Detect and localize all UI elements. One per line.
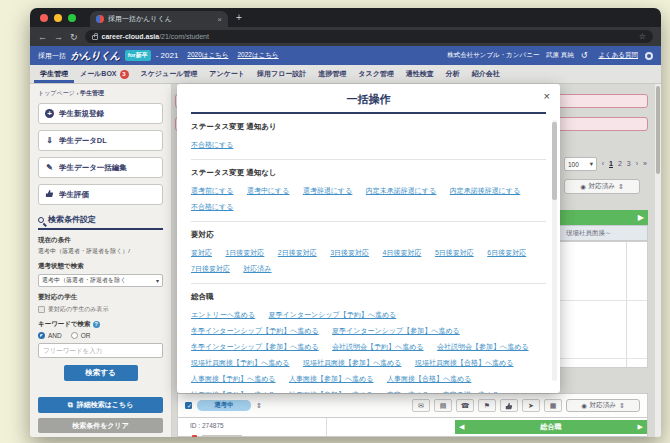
bulk-action-link[interactable]: 会社説明会【参加】へ進める xyxy=(437,340,529,353)
archive-icon[interactable]: ▦ xyxy=(544,399,562,412)
mail-icon[interactable]: ✉ xyxy=(412,399,430,412)
bulk-action-link[interactable]: 6日後要対応 xyxy=(487,246,526,259)
advanced-search-button[interactable]: ⧉ 詳細検索はこちら xyxy=(38,397,163,413)
flow-next-icon[interactable]: ▶ xyxy=(638,423,643,431)
nav-tasks[interactable]: タスク管理 xyxy=(352,65,400,83)
bulk-action-link[interactable]: 3日後要対応 xyxy=(330,246,369,259)
nav-agencies[interactable]: 紹介会社 xyxy=(466,65,506,83)
clear-conditions-button[interactable]: 検索条件をクリア xyxy=(38,418,163,433)
bulk-action-link[interactable]: 夏季インターンシップ【参加】へ進める xyxy=(332,324,460,337)
help-icon[interactable]: ? xyxy=(93,321,100,328)
back-icon[interactable]: ← xyxy=(38,32,47,42)
bulk-action-link[interactable]: 7日後要対応 xyxy=(191,262,230,275)
bulk-action-link[interactable]: 冬季インターンシップ【参加】へ進める xyxy=(191,340,319,353)
bulk-action-link[interactable]: 現場社員面接【合格】へ進める xyxy=(415,356,514,369)
page-3[interactable]: 3 xyxy=(627,160,631,167)
mark-done-button-row[interactable]: ◉ 対応済み ⇕ xyxy=(566,399,640,412)
modal-scrollbar[interactable] xyxy=(552,120,557,381)
link-2020[interactable]: 2020はこちら xyxy=(187,51,228,60)
bulk-action-link[interactable]: 選考前にする xyxy=(191,184,234,197)
status-pill[interactable]: 選考中 xyxy=(197,400,251,411)
bulk-action-link[interactable]: 不合格にする xyxy=(191,138,234,151)
nav-schedule[interactable]: スケジュール管理 xyxy=(135,65,204,83)
close-window-button[interactable] xyxy=(40,14,48,22)
evaluate-button[interactable]: 学生評価 xyxy=(38,184,163,205)
nav-survey[interactable]: アンケート xyxy=(203,65,251,83)
history-icon[interactable]: ↺ xyxy=(581,51,588,60)
flow-next-icon[interactable]: ▶ xyxy=(638,213,644,222)
send-icon[interactable]: ➤ xyxy=(522,399,540,412)
bulk-action-link[interactable]: 5日後要対応 xyxy=(435,246,474,259)
bulk-action-link[interactable]: 選考中にする xyxy=(247,184,290,197)
bulk-action-link[interactable]: 人事面接【予約】へ進める xyxy=(191,372,276,385)
bulk-action-link[interactable]: 要対応 xyxy=(191,246,212,259)
reload-icon[interactable]: ↻ xyxy=(70,32,78,42)
bulk-action-link[interactable]: 現場社員面接【予約】へ進める xyxy=(191,356,290,369)
document-icon[interactable]: ▤ xyxy=(434,399,452,412)
bulk-action-link[interactable]: 社長面接【参加】へ進める xyxy=(289,388,374,393)
page-2[interactable]: 2 xyxy=(618,160,622,167)
flow-prev-icon[interactable]: ◀ xyxy=(459,423,464,431)
student-row[interactable]: ID : 274875 ◀ 総合職 ▶ xyxy=(177,418,648,437)
or-radio[interactable] xyxy=(71,332,78,339)
breadcrumb-home[interactable]: トップページ xyxy=(38,90,75,96)
bulk-action-link[interactable]: 内定承諾へ進める xyxy=(443,388,500,393)
nav-aptitude[interactable]: 適性検査 xyxy=(400,65,440,83)
new-tab-button[interactable]: + xyxy=(236,12,242,23)
link-2022[interactable]: 2022はこちら xyxy=(237,51,278,60)
bulk-action-link[interactable]: 社長面接【予約】へ進める xyxy=(191,388,276,393)
modal-close-icon[interactable]: × xyxy=(544,90,550,102)
bulk-action-link[interactable]: 2日後要対応 xyxy=(278,246,317,259)
register-student-button[interactable]: + 学生新規登録 xyxy=(38,103,163,124)
mark-done-button[interactable]: ◉ 対応済み ⇕ xyxy=(564,179,640,194)
nav-analytics[interactable]: 分析 xyxy=(440,65,466,83)
bulk-action-link[interactable]: 冬季インターンシップ【予約】へ進める xyxy=(191,324,319,337)
tag-icon[interactable]: ⚑ xyxy=(478,399,496,412)
bulk-action-link[interactable]: 内定未承諾辞退にする xyxy=(366,184,437,197)
bulk-action-link[interactable]: 選考辞退にする xyxy=(303,184,353,197)
bulk-action-link[interactable]: 不合格にする xyxy=(191,200,234,213)
bulk-action-link[interactable]: 現場社員面接【参加】へ進める xyxy=(303,356,402,369)
row-checkbox[interactable] xyxy=(185,402,192,409)
bulk-edit-button[interactable]: ✎ 学生データ一括編集 xyxy=(38,157,163,178)
bulk-action-link[interactable]: 人事面接【参加】へ進める xyxy=(289,372,374,385)
page-last[interactable]: » xyxy=(643,160,647,167)
page-next[interactable]: › xyxy=(636,160,638,167)
bulk-action-link[interactable]: 夏季インターンシップ【予約】へ進める xyxy=(269,308,397,321)
bulk-action-link[interactable]: 内定へ進める xyxy=(387,388,430,393)
bulk-action-link[interactable]: 4日後要対応 xyxy=(383,246,422,259)
thumbs-up-icon[interactable] xyxy=(500,399,518,412)
forward-icon[interactable]: → xyxy=(54,32,63,42)
search-button[interactable]: 検索する xyxy=(64,365,138,381)
bulk-action-link[interactable]: 1日後要対応 xyxy=(225,246,264,259)
minimize-window-button[interactable] xyxy=(54,14,62,22)
phone-icon[interactable]: ☎ xyxy=(456,399,474,412)
faq-link[interactable]: よくある質問 xyxy=(598,51,638,60)
maximize-window-button[interactable] xyxy=(68,14,76,22)
per-page-select[interactable]: 100 ▾ xyxy=(564,157,597,171)
url-bar[interactable]: career-cloud.asia/21/com/student ☆ xyxy=(85,30,653,43)
status-sort-icon[interactable]: ⇕ xyxy=(256,402,262,410)
bookmark-star-icon[interactable]: ☆ xyxy=(639,32,646,41)
nav-mailbox[interactable]: メールBOX3 xyxy=(74,65,135,83)
page-scrollbar[interactable] xyxy=(655,84,661,437)
page-1[interactable]: 1 xyxy=(609,160,613,167)
bulk-action-link[interactable]: エントリーへ進める xyxy=(191,308,255,321)
and-radio[interactable] xyxy=(38,332,45,339)
nav-flow-design[interactable]: 採用フロー設計 xyxy=(251,65,312,83)
bulk-action-link[interactable]: 人事面接【合格】へ進める xyxy=(387,372,472,385)
bulk-action-link[interactable]: 内定承諾後辞退にする xyxy=(450,184,521,197)
browser-tab[interactable]: 採用一括かんりくん × xyxy=(90,11,228,27)
brand-logo[interactable]: かんりくん xyxy=(71,49,120,63)
gear-icon[interactable] xyxy=(645,52,653,60)
nav-progress[interactable]: 進捗管理 xyxy=(312,65,352,83)
bulk-action-link[interactable]: 会社説明会【予約】へ進める xyxy=(332,340,424,353)
attention-checkbox[interactable] xyxy=(38,306,45,313)
tab-close-icon[interactable]: × xyxy=(217,15,222,24)
status-select[interactable]: 選考中（落選者・辞退者を除く ▾ xyxy=(38,274,163,287)
bulk-action-link[interactable]: 対応済み xyxy=(243,262,271,275)
freeword-input[interactable] xyxy=(38,343,163,358)
download-data-button[interactable]: ⇓ 学生データDL xyxy=(38,130,163,151)
nav-students[interactable]: 学生管理 xyxy=(34,65,74,83)
page-prev[interactable]: ‹ xyxy=(602,160,604,167)
